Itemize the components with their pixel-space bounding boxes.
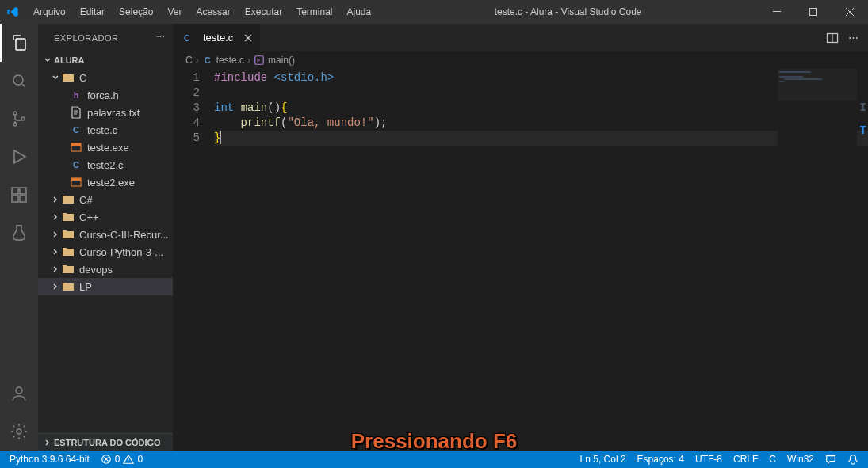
status-warnings: 0 [137,454,143,465]
status-bell-icon[interactable] [846,454,860,465]
activity-source-control[interactable] [0,100,38,138]
folder-icon [62,228,75,241]
tree-file[interactable]: Cteste.c [38,121,173,139]
code-line[interactable]: } [214,131,868,146]
folder-icon [62,193,75,206]
line-number: 4 [173,116,200,131]
code-line[interactable]: #include <stdio.h> [214,70,868,86]
menu-arquivo[interactable]: Arquivo [27,3,72,21]
activity-run-debug[interactable] [0,138,38,176]
code-editor[interactable]: 12345 #include <stdio.h>int main(){ prin… [173,69,868,451]
maximize-button[interactable] [795,0,832,24]
tree-folder[interactable]: C# [38,191,173,208]
status-errors: 0 [115,454,120,465]
h-file-icon: h [70,89,82,101]
code-line[interactable] [214,86,868,101]
sidebar-more-icon[interactable]: ⋯ [156,32,166,43]
menu-ver[interactable]: Ver [161,3,188,21]
tree-folder[interactable]: C++ [38,208,173,226]
chevron-right-icon: › [247,55,250,66]
status-feedback-icon[interactable] [824,454,838,465]
status-lncol[interactable]: Ln 5, Col 2 [579,454,628,465]
split-editor-icon[interactable] [826,32,839,44]
close-button[interactable] [832,0,868,24]
chevron-right-icon [49,230,62,239]
tree-file[interactable]: teste2.exe [38,173,173,191]
folder-icon [62,245,75,258]
activity-bar [0,24,38,451]
tree-item-label: teste2.c [87,159,124,171]
menu-terminal[interactable]: Terminal [290,3,338,21]
tree-file[interactable]: Cteste2.c [38,156,173,173]
status-spaces[interactable]: Espaços: 4 [636,454,686,465]
outline-section[interactable]: ESTRUTURA DO CÓDIGO [38,433,173,451]
activity-search[interactable] [0,62,38,100]
tree-folder[interactable]: devops [38,261,173,278]
workspace-root[interactable]: ALURA [38,51,173,69]
menu-executar[interactable]: Executar [239,3,289,21]
activity-explorer[interactable] [0,24,38,62]
status-encoding[interactable]: UTF-8 [694,454,724,465]
code-line[interactable]: printf("Ola, mundo!"); [214,116,868,131]
title-bar: Arquivo Editar Seleção Ver Acessar Execu… [0,0,868,24]
c-file-icon: C [181,32,193,44]
breadcrumb-item[interactable]: teste.c [216,55,244,66]
status-language[interactable]: C [767,454,778,465]
svg-rect-8 [20,188,26,194]
status-platform[interactable]: Win32 [786,454,816,465]
overview-ruler: IT [860,101,866,139]
breadcrumbs[interactable]: C › C teste.c › main() [173,51,868,69]
menu-editar[interactable]: Editar [74,3,111,21]
status-python[interactable]: Python 3.9.6 64-bit [8,454,91,465]
tree-item-label: C# [79,194,93,206]
sidebar-header: EXPLORADOR ⋯ [38,24,173,51]
activity-testing[interactable] [0,214,38,252]
tree-folder[interactable]: Curso-C-III-Recur... [38,226,173,243]
line-number: 5 [173,131,200,146]
tab-teste-c[interactable]: C teste.c [173,24,261,51]
tab-close-icon[interactable] [244,34,252,42]
text-cursor [220,131,221,144]
chevron-right-icon: › [196,55,199,66]
status-problems[interactable]: 0 0 [99,454,144,465]
status-eol[interactable]: CRLF [732,454,759,465]
tree-item-label: LP [79,281,92,293]
outline-title: ESTRUTURA DO CÓDIGO [54,438,161,447]
breadcrumb-item[interactable]: main() [268,55,295,66]
function-icon [254,55,265,66]
c-file-icon: C [70,158,82,171]
sidebar-explorer: EXPLORADOR ⋯ ALURA Chforca.hpalavras.txt… [38,24,173,451]
svg-rect-7 [12,188,18,194]
minimize-button[interactable] [759,0,795,24]
tree-folder[interactable]: C [38,69,173,86]
code-content[interactable]: #include <stdio.h>int main(){ printf("Ol… [214,69,868,451]
chevron-down-icon [49,73,62,82]
menu-acessar[interactable]: Acessar [189,3,236,21]
chevron-right-icon [49,282,62,291]
tree-file[interactable]: palavras.txt [38,104,173,121]
line-gutter: 12345 [173,69,214,451]
tree-folder[interactable]: LP [38,278,173,295]
tree-folder[interactable]: Curso-Python-3-... [38,243,173,261]
window-title: teste.c - Alura - Visual Studio Code [377,6,759,17]
activity-settings[interactable] [0,413,38,451]
menu-ajuda[interactable]: Ajuda [341,3,378,21]
breadcrumb-item[interactable]: C [185,55,193,66]
tree-file[interactable]: teste.exe [38,139,173,156]
tree-item-label: teste.exe [87,142,129,154]
editor-more-icon[interactable]: ⋯ [848,32,858,44]
svg-point-12 [17,429,21,434]
activity-accounts[interactable] [0,375,38,413]
folder-icon [62,211,75,223]
line-number: 3 [173,101,200,116]
minimap-slider[interactable] [778,69,857,101]
svg-rect-14 [71,143,81,146]
code-line[interactable]: int main(){ [214,101,868,116]
activity-extensions[interactable] [0,176,38,214]
svg-point-2 [13,75,23,85]
exe-file-icon [70,176,82,188]
minimap[interactable] [778,69,857,451]
tree-file[interactable]: hforca.h [38,86,173,104]
chevron-right-icon [49,195,62,204]
menu-selecao[interactable]: Seleção [113,3,159,21]
